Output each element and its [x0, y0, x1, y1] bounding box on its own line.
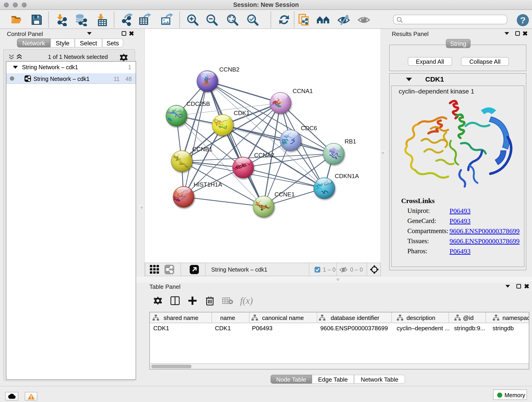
svg-text:CDKN1A: CDKN1A	[335, 172, 359, 179]
svg-text:RB1: RB1	[345, 138, 356, 145]
svg-text:?: ?	[520, 15, 526, 25]
svg-text:CCNE1: CCNE1	[274, 191, 295, 198]
svg-text:HIST1H1A: HIST1H1A	[194, 181, 222, 188]
svg-text:CDC25B: CDC25B	[186, 100, 210, 107]
svg-text:CDK1: CDK1	[234, 109, 249, 116]
svg-text:CCNB1: CCNB1	[192, 146, 212, 153]
svg-text:CCNA1: CCNA1	[293, 88, 313, 95]
svg-text:CCNB2: CCNB2	[219, 66, 239, 73]
svg-text:CCNA2: CCNA2	[254, 152, 274, 159]
svg-text:CDC6: CDC6	[301, 125, 317, 132]
